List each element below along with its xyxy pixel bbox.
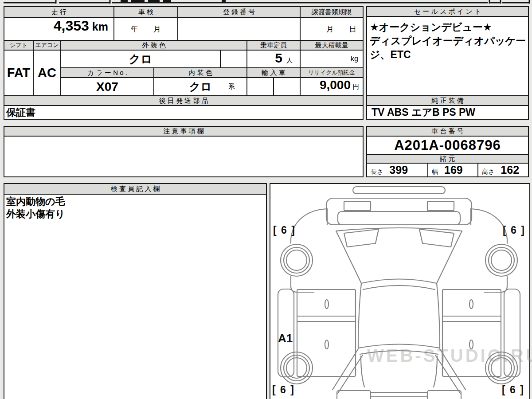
registration-value-cell [177,17,301,41]
rear-window-arc [358,344,440,348]
recycle-deposit-value-cell: 9,000 円 [300,77,364,96]
interior-color-header: 内 装 色 [153,67,247,78]
interior-color-value-cell: クロ 系 [153,77,247,96]
grade-mark-bottom-left: [ 6 ] [272,384,295,396]
inspector-notes-header: 検 査 員 記 入 欄 [4,183,267,195]
windshield-top-edge [336,228,462,231]
damage-code-a1: A1 [278,332,293,345]
cropped-row-remnant [0,0,532,4]
registration-header: 登 録 番 号 [177,6,301,18]
interior-color-suffix: 系 [228,82,235,91]
spec-length-cell: 長さ 399 [366,163,428,177]
wheel-front-right [485,244,517,276]
a-pillar-right [437,231,462,283]
spec-height-cell: 高さ 162 [477,163,529,177]
inspection-value-cell: 年 月 [113,17,178,41]
max-load-value-cell: kg [300,50,364,68]
headlight-left-shape [344,201,371,211]
grade-mark-top-left: [ 6 ] [273,224,296,236]
inspector-note-line: 外装小傷有り [6,208,65,220]
chassis-no-header: 車 台 番 号 [366,126,529,137]
hatch-side-right [434,356,437,387]
mileage-value-cell: 4,353 km [4,17,114,41]
notes-body [4,136,364,177]
a-pillar-left [336,231,361,283]
door-handle [469,300,473,309]
capacity-value-cell: 5 人 [246,50,301,68]
front-fender-right [471,209,507,243]
grade-mark-top-right: [ 6 ] [503,224,525,236]
transfer-deadline-header: 譲渡書類期限 [300,6,364,18]
rear-quarter-right-outer [440,349,466,390]
spec-width-label: 幅 [432,168,438,176]
later-parts-header: 後 日 発 送 部 品 [4,95,364,106]
sales-point-body: ★オークションデビュー★ ディスプレイオーディオパッケー ジ、ETC [366,16,529,96]
spec-width-value: 169 [444,164,463,176]
inspection-header: 車 検 [113,6,178,18]
exterior-color-header: 外 装 色 [60,40,247,51]
specs-header: 諸 元 [366,154,529,164]
mileage-header: 走 行 [4,6,114,18]
rear-lamp-right-shape [427,391,461,399]
exterior-color-value-cell: クロ [60,50,221,68]
roof-front-arc [361,279,437,284]
sill-right-shape [504,289,520,377]
wiper-right-shape [419,229,454,247]
color-no-header: カ ラ ー N o . [60,67,154,78]
roof-side-right [437,283,440,348]
spec-height-value: 162 [501,164,519,176]
wiper-left-shape [344,229,379,247]
door-handle [325,340,329,349]
grade-mark-bottom-right: [ 6 ] [502,384,524,396]
inspector-note-line: 室内動物の毛 [6,196,65,208]
rear-lamp-left-shape [337,391,371,399]
transfer-deadline-value-cell: 月 日 [300,17,364,41]
spec-length-value: 399 [389,164,408,176]
roof-side-left [358,283,361,348]
interior-color-value: クロ [189,79,211,94]
sales-point-line: ジ、ETC [370,48,411,62]
color-no-value-cell: X07 [60,77,154,96]
mileage-unit: km [92,20,108,33]
aircon-value-cell: AC [33,50,61,96]
auction-sheet: 走 行 車 検 登 録 番 号 譲渡書類期限 4,353 km 年 月 月 日 … [0,0,532,399]
roof-front-arc-inner [363,286,435,289]
capacity-value: 5 [275,51,282,66]
car-diagram-box [270,183,530,399]
capacity-unit: 人 [286,57,293,65]
notes-header: 注 意 事 項 欄 [4,126,364,137]
headlight-right-shape [427,201,454,211]
car-top-view-diagram [270,184,529,399]
sales-point-line: ★オークションデビュー★ [370,20,492,34]
front-bumper-shape [353,187,445,194]
rear-quarter-left-outer [332,349,358,390]
spec-length-label: 長さ [371,168,383,176]
exterior-color-spare-cell [220,50,247,68]
shift-value-cell: FAT [4,50,34,96]
spec-height-label: 高さ [482,168,494,176]
mileage-value: 4,353 [54,18,89,34]
sales-point-header: セ ー ル ス ポ イ ン ト [366,6,529,17]
imported-header: 輸 入 車 [246,67,301,78]
cowl-shape [338,211,460,225]
aircon-header: エアコン [33,40,61,51]
hatch-side-left [361,356,364,387]
later-parts-value-cell: 保証書 [4,105,364,120]
wheel-front-left [281,244,313,276]
door-handle [469,340,473,349]
recycle-deposit-value: 9,000 [320,78,351,92]
inspector-notes-body: 室内動物の毛 外装小傷有り [4,194,267,399]
front-fender-left [291,209,327,243]
max-load-header: 最大積載量 [300,40,364,51]
spec-width-cell: 幅 169 [427,163,478,177]
sales-point-line: ディスプレイオーディオパッケー [370,34,526,48]
recycle-deposit-header: リサイクル預託金 [300,67,364,78]
genuine-equipment-value: TV ABS エアB PS PW [366,105,529,120]
imported-value-cell-left [246,77,274,96]
genuine-equipment-header: 純 正 装 備 [366,95,529,106]
chassis-no-value: A201A-0068796 [366,136,529,155]
shift-header: シフト [4,40,34,51]
capacity-header: 乗車定員 [246,40,301,51]
door-handle [325,300,329,309]
imported-value-cell-right [273,77,301,96]
